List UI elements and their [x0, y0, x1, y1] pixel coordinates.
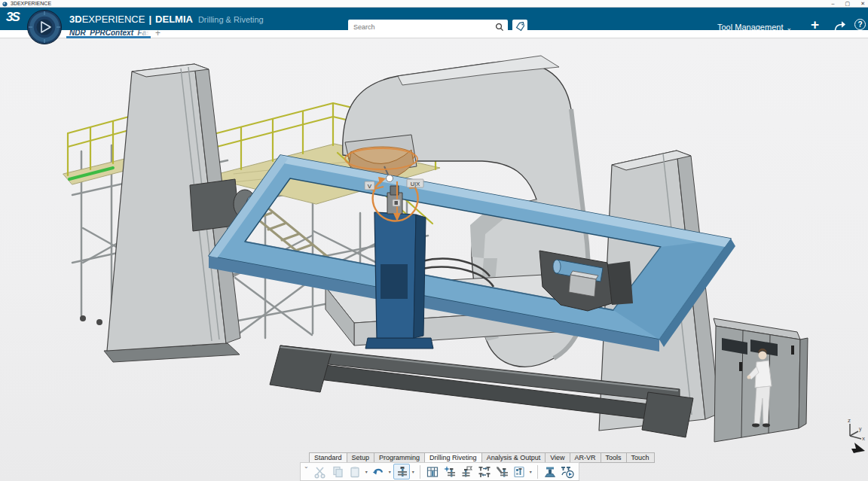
search-icon[interactable]: [495, 23, 504, 32]
svg-text:x: x: [862, 435, 865, 442]
machine-left-column[interactable]: [104, 64, 257, 362]
app-header: 3S 3DEXPERIENCE|DELMIADrilling & Rivetin…: [0, 8, 868, 30]
mouse-cursor-icon: [851, 443, 865, 453]
minimize-icon[interactable]: –: [832, 0, 835, 8]
tool-management-menu[interactable]: Tool Management⌄: [717, 23, 792, 32]
simulate-fastening-icon[interactable]: [559, 464, 576, 479]
action-tab-ar-vr[interactable]: AR-VR: [570, 452, 601, 463]
tag-button[interactable]: [512, 20, 527, 34]
action-tab-drilling-riveting[interactable]: Drilling Riveting: [424, 452, 481, 463]
maximize-icon[interactable]: ▢: [845, 0, 851, 8]
svg-text:y: y: [859, 426, 862, 432]
app-subtitle: Drilling & Riveting: [198, 15, 264, 24]
brand-3d: 3D: [69, 14, 82, 25]
svg-text:U|X: U|X: [411, 181, 420, 187]
action-tab-standard[interactable]: Standard: [309, 452, 347, 463]
window-title: 3DEXPERIENCE: [11, 0, 51, 8]
viewport-3d-scene[interactable]: V U|X z x y: [0, 38, 868, 481]
toolbar-separator: [420, 465, 420, 479]
action-tab-setup[interactable]: Setup: [347, 452, 374, 463]
add-content-button[interactable]: +: [811, 17, 819, 33]
os-titlebar: 3DEXPERIENCE – ▢ ✕: [0, 0, 868, 8]
chevron-down-icon: ⌄: [786, 24, 792, 32]
undo-dropdown-caret[interactable]: ▾: [387, 469, 393, 474]
undo-icon[interactable]: [370, 464, 387, 479]
fastener-list-dropdown-caret[interactable]: ▾: [528, 469, 533, 474]
action-tab-view[interactable]: View: [545, 452, 569, 463]
svg-text:z: z: [848, 417, 851, 424]
help-icon[interactable]: ?: [854, 19, 866, 30]
app-icon: [2, 2, 8, 7]
search-box[interactable]: [348, 20, 508, 34]
fastener-manager-dropdown-caret[interactable]: ▾: [411, 469, 416, 474]
action-bar-toolbar: ⌄ ▾ ▾ ▾ ▾: [300, 462, 579, 481]
action-tab-touch[interactable]: Touch: [626, 452, 655, 463]
close-icon[interactable]: ✕: [860, 0, 865, 8]
action-tab-analysis-output[interactable]: Analysis & Output: [481, 452, 546, 463]
svg-text:V: V: [368, 183, 372, 190]
paste-icon[interactable]: [347, 464, 363, 479]
convert-fasteners-icon[interactable]: [476, 464, 493, 479]
action-bar-tabs: Standard Setup Programming Drilling Rive…: [309, 452, 655, 463]
jog-label-v[interactable]: V: [365, 181, 374, 190]
cut-icon[interactable]: [312, 464, 329, 479]
toolbar-separator: [537, 465, 538, 479]
copy-icon[interactable]: [329, 464, 346, 479]
tag-icon: [515, 22, 525, 32]
fastener-list-icon[interactable]: [511, 464, 527, 479]
ds-logo: 3S: [6, 10, 19, 25]
compass-button[interactable]: [27, 10, 62, 44]
create-fastener-icon[interactable]: [442, 464, 458, 479]
jog-label-small[interactable]: [393, 199, 400, 206]
search-input[interactable]: [348, 23, 495, 31]
toolbar-overflow-chevron[interactable]: ⌄: [304, 463, 309, 470]
brand-divider: |: [148, 14, 151, 25]
brand-text: 3DEXPERIENCE|DELMIADrilling & Riveting: [69, 14, 264, 25]
fastener-manager-icon[interactable]: [393, 464, 410, 479]
action-tab-programming[interactable]: Programming: [374, 452, 424, 463]
tab-underline: [66, 36, 151, 38]
tool-management-label: Tool Management: [717, 23, 783, 32]
action-tab-tools[interactable]: Tools: [601, 452, 626, 463]
axis-triad: z x y: [848, 417, 865, 442]
flag-fastener-icon[interactable]: [459, 464, 475, 479]
viewport-3d[interactable]: V U|X z x y: [0, 38, 868, 481]
fastener-table-icon[interactable]: [424, 464, 441, 479]
edit-fastener-icon[interactable]: [494, 464, 510, 479]
app-name: DELMIA: [155, 14, 193, 25]
paste-dropdown-caret[interactable]: ▾: [364, 469, 369, 474]
brand-experience: EXPERIENCE: [82, 14, 145, 25]
rivet-press-icon[interactable]: [542, 464, 558, 479]
share-icon[interactable]: [833, 20, 847, 32]
jog-label-ux[interactable]: U|X: [407, 179, 423, 187]
jog-handle-dot[interactable]: [387, 175, 393, 182]
